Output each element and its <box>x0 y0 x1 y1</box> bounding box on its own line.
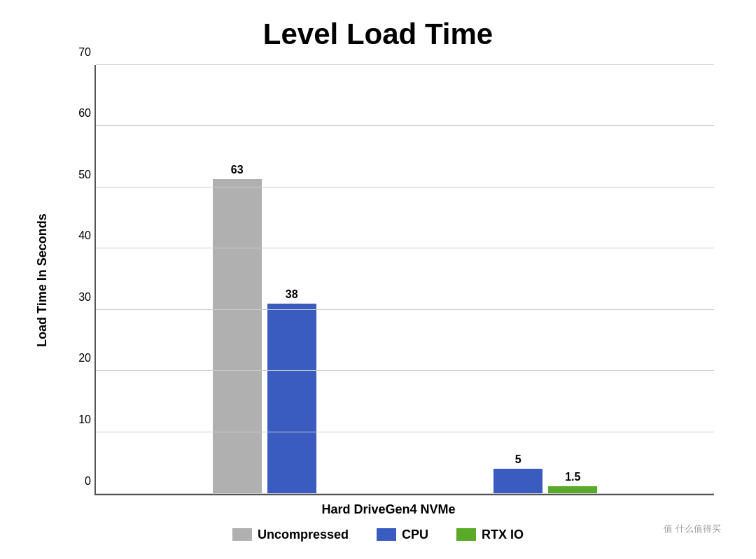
grid-label-20: 20 <box>64 352 91 365</box>
x-axis-labels: Hard DriveGen4 NVMe <box>293 495 483 517</box>
grid-label-10: 10 <box>64 413 91 426</box>
chart-inner: 633851.5 010203040506070 <box>59 65 728 495</box>
legend-label-2: RTX IO <box>482 528 524 542</box>
bars-wrapper: 633851.5 <box>96 65 714 494</box>
chart-container: Level Load Time Load Time In Seconds 633… <box>28 17 728 542</box>
legend: UncompressedCPURTX IO <box>232 528 524 542</box>
bars-row-0: 6338 <box>213 164 316 494</box>
grid-line-50 <box>96 187 714 187</box>
x-label-0: Hard Drive <box>321 502 385 517</box>
legend-item-2: RTX IO <box>456 528 524 542</box>
grid-label-70: 70 <box>64 46 91 59</box>
bar-hd-cpu <box>267 304 316 493</box>
legend-color-2 <box>456 528 476 541</box>
grid-line-10 <box>96 432 714 432</box>
grid-line-60 <box>96 125 714 126</box>
legend-color-0 <box>232 528 252 541</box>
bar-wrapper-hd-cpu: 38 <box>267 288 316 493</box>
bar-wrapper-nvme-rtxio: 1.5 <box>548 471 597 494</box>
grid-label-50: 50 <box>64 169 91 181</box>
grid-label-0: 0 <box>64 475 91 488</box>
grid-line-40 <box>96 248 714 248</box>
grid-line-0 <box>96 493 714 494</box>
grid-label-30: 30 <box>64 291 91 304</box>
grid-label-40: 40 <box>64 229 91 242</box>
grid-line-30 <box>96 309 714 310</box>
bar-wrapper-hd-uncompressed: 63 <box>213 164 262 494</box>
legend-label-1: CPU <box>402 528 428 542</box>
legend-color-1 <box>377 528 396 541</box>
legend-item-0: Uncompressed <box>232 528 349 542</box>
grid-line-70 <box>96 64 714 65</box>
grid-line-20 <box>96 370 714 371</box>
watermark: 值 什么值得买 <box>664 523 721 535</box>
chart-title: Level Load Time <box>263 17 493 51</box>
bar-hd-uncompressed <box>213 179 262 494</box>
bar-value-hd-uncompressed: 63 <box>231 164 244 176</box>
y-axis-label: Load Time In Seconds <box>28 65 56 495</box>
bar-value-hd-cpu: 38 <box>286 288 298 301</box>
bar-wrapper-nvme-cpu: 5 <box>493 453 542 494</box>
bar-nvme-cpu <box>493 469 542 494</box>
bar-group-1: 51.5 <box>493 453 597 494</box>
bar-value-nvme-cpu: 5 <box>515 453 522 466</box>
bar-group-0: 6338 <box>213 164 316 494</box>
legend-label-0: Uncompressed <box>258 528 349 542</box>
legend-item-1: CPU <box>377 528 428 542</box>
grid-label-60: 60 <box>64 107 91 120</box>
bars-row-1: 51.5 <box>493 453 597 494</box>
chart-area: Load Time In Seconds 633851.5 0102030405… <box>28 65 728 495</box>
plot-area: 633851.5 010203040506070 <box>94 65 714 495</box>
x-label-1: Gen4 NVMe <box>386 502 456 517</box>
bar-value-nvme-rtxio: 1.5 <box>565 471 580 483</box>
